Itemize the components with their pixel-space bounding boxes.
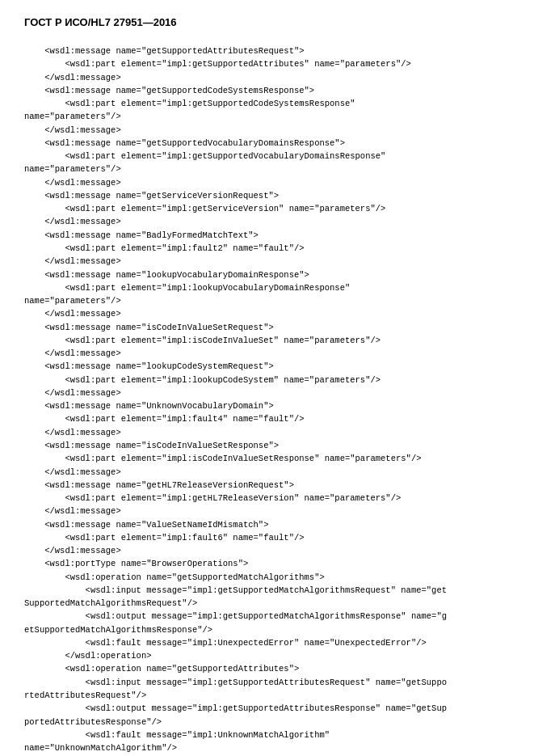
page-header: ГОСТ Р ИСО/HL7 27951—2016 [24,16,510,28]
code-content: <wsdl:message name="getSupportedAttribut… [24,44,510,756]
document-title: ГОСТ Р ИСО/HL7 27951—2016 [24,16,510,28]
